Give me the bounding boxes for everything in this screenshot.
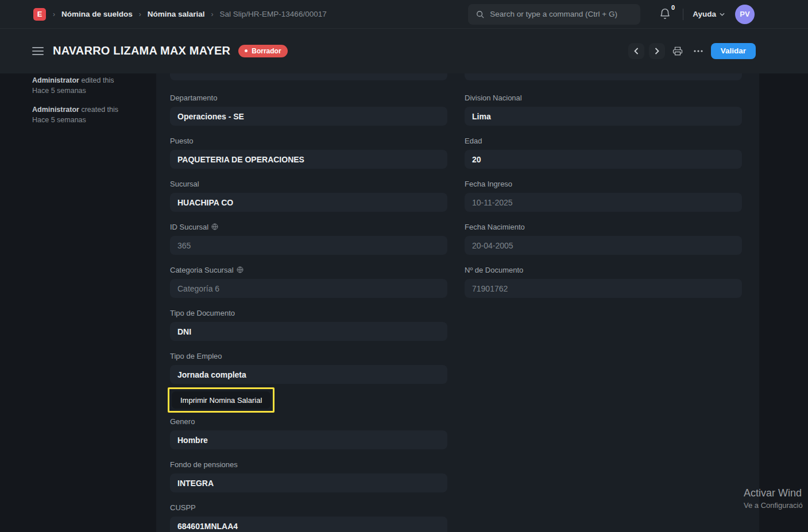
field-label: Edad: [465, 137, 482, 145]
id-sucursal-input: 365: [170, 236, 447, 255]
field-categoria-sucursal: Categoria Sucursal Categoría 6: [170, 265, 447, 298]
field-fondo-pensiones: Fondo de pensiones INTEGRA: [170, 460, 447, 492]
notifications-button[interactable]: 0: [659, 7, 672, 21]
status-dot-icon: [245, 49, 248, 52]
status-badge: Borrador: [238, 45, 287, 57]
top-navbar: E › Nómina de sueldos › Nómina salarial …: [0, 0, 808, 29]
timeline-entry: Administrator edited this Hace 5 semanas: [32, 75, 145, 96]
fecha-nacimiento-input: 20-04-2005: [465, 236, 742, 255]
edad-input[interactable]: 20: [465, 150, 742, 169]
field-fecha-ingreso: Fecha Ingreso 10-11-2025: [465, 179, 742, 212]
field-label: Puesto: [170, 137, 193, 145]
form-card: Departamento Operaciones - SE Puesto PAQ…: [156, 73, 759, 532]
printer-icon: [672, 46, 683, 56]
globe-icon: [237, 266, 243, 273]
print-button[interactable]: [670, 43, 686, 59]
timeline-action: edited this: [79, 76, 114, 84]
field-label: Division Nacional: [465, 94, 522, 102]
search-placeholder: Search or type a command (Ctrl + G): [490, 10, 617, 18]
app-logo-letter: E: [37, 10, 42, 18]
navbar-divider: [683, 9, 683, 20]
numero-documento-input: 71901762: [465, 279, 742, 298]
breadcrumb-current-doc: Sal Slip/HR-EMP-13466/00017: [220, 10, 327, 18]
field-tipo-empleo: Tipo de Empleo Jornada completa: [170, 351, 447, 384]
chevron-right-icon: [655, 48, 659, 55]
search-input[interactable]: Search or type a command (Ctrl + G): [468, 4, 640, 25]
avatar[interactable]: PV: [735, 5, 755, 24]
cutoff-input[interactable]: [170, 73, 447, 80]
field-label: Categoria Sucursal: [170, 266, 234, 274]
watermark-line2: Ve a Configuració: [744, 501, 803, 510]
windows-activation-watermark: Activar Wind Ve a Configuració: [744, 487, 803, 510]
bell-icon: [659, 7, 672, 20]
field-tipo-documento: Tipo de Documento DNI: [170, 308, 447, 341]
departamento-input[interactable]: Operaciones - SE: [170, 107, 447, 126]
field-numero-documento: Nº de Documento 71901762: [465, 265, 742, 298]
imprimir-nomina-salarial-button[interactable]: Imprimir Nomina Salarial: [172, 391, 270, 409]
field-label: Fecha Nacimiento: [465, 223, 525, 231]
cuspp-input[interactable]: 684601MNLAA4: [170, 517, 447, 532]
page-title: NAVARRO LIZAMA MAX MAYER: [53, 44, 230, 57]
field-label: ID Sucursal: [170, 223, 208, 231]
genero-input[interactable]: Hombre: [170, 430, 447, 449]
chevron-down-icon: [720, 13, 725, 16]
field-label: Departamento: [170, 94, 217, 102]
help-menu[interactable]: Ayuda: [693, 10, 725, 18]
avatar-initials: PV: [740, 10, 749, 18]
field-label: Tipo de Documento: [170, 309, 235, 317]
breadcrumb-nomina-salarial[interactable]: Nómina salarial: [148, 10, 205, 18]
chevron-left-icon: [634, 48, 639, 55]
navbar-left: E › Nómina de sueldos › Nómina salarial …: [33, 8, 327, 21]
sidebar-toggle-icon[interactable]: [32, 47, 44, 55]
fondo-pensiones-input[interactable]: INTEGRA: [170, 473, 447, 492]
notification-count-badge: 0: [671, 4, 675, 11]
chevron-right-icon: ›: [139, 10, 141, 18]
form-column-right: Division Nacional Lima Edad 20 Fecha Ing…: [465, 73, 742, 532]
breadcrumb-nomina-de-sueldos[interactable]: Nómina de sueldos: [61, 10, 133, 18]
field-division-nacional: Division Nacional Lima: [465, 93, 742, 126]
status-badge-label: Borrador: [252, 47, 281, 55]
menu-ellipsis-button[interactable]: [690, 43, 706, 59]
field-label: Sucursal: [170, 180, 199, 188]
watermark-line1: Activar Wind: [744, 487, 803, 499]
field-label: Nº de Documento: [465, 266, 523, 274]
division-nacional-input[interactable]: Lima: [465, 107, 742, 126]
search-icon: [476, 10, 484, 18]
globe-icon: [211, 223, 218, 230]
field-label: Fecha Ingreso: [465, 180, 512, 188]
timeline-action: created this: [79, 106, 118, 114]
field-label: Genero: [170, 417, 195, 426]
puesto-input[interactable]: PAQUETERIA DE OPERACIONES: [170, 150, 447, 169]
page-header-left: NAVARRO LIZAMA MAX MAYER Borrador: [32, 44, 288, 57]
chevron-right-icon: ›: [53, 10, 55, 18]
app-logo[interactable]: E: [33, 8, 46, 21]
next-record-button[interactable]: [649, 43, 665, 59]
navbar-right: Search or type a command (Ctrl + G) 0 Ay…: [468, 4, 755, 25]
timeline-timestamp: Hace 5 semanas: [32, 115, 145, 125]
timeline-entry-text: Administrator created this: [32, 104, 145, 115]
timeline-author: Administrator: [32, 106, 79, 114]
prev-record-button[interactable]: [628, 43, 644, 59]
fecha-ingreso-input: 10-11-2025: [465, 193, 742, 212]
page-header: NAVARRO LIZAMA MAX MAYER Borrador: [0, 29, 808, 73]
cutoff-input[interactable]: [465, 73, 742, 80]
field-id-sucursal: ID Sucursal 365: [170, 222, 447, 255]
field-edad: Edad 20: [465, 136, 742, 169]
field-fecha-nacimiento: Fecha Nacimiento 20-04-2005: [465, 222, 742, 255]
field-genero: Genero Hombre: [170, 417, 447, 449]
sucursal-input[interactable]: HUACHIPA CO: [170, 193, 447, 212]
tipo-documento-input[interactable]: DNI: [170, 322, 447, 341]
field-departamento: Departamento Operaciones - SE: [170, 93, 447, 126]
timeline-entry-text: Administrator edited this: [32, 75, 145, 86]
field-cuspp: CUSPP 684601MNLAA4: [170, 503, 447, 532]
help-label: Ayuda: [693, 10, 716, 18]
field-label: Tipo de Empleo: [170, 352, 222, 360]
validar-button[interactable]: Validar: [711, 43, 756, 59]
field-label: CUSPP: [170, 503, 196, 512]
timeline-author: Administrator: [32, 76, 79, 84]
field-sucursal: Sucursal HUACHIPA CO: [170, 179, 447, 212]
page-header-actions: Validar: [628, 43, 756, 59]
timeline-entry: Administrator created this Hace 5 semana…: [32, 104, 145, 125]
top-bands: E › Nómina de sueldos › Nómina salarial …: [0, 0, 808, 73]
tipo-empleo-input[interactable]: Jornada completa: [170, 365, 447, 384]
